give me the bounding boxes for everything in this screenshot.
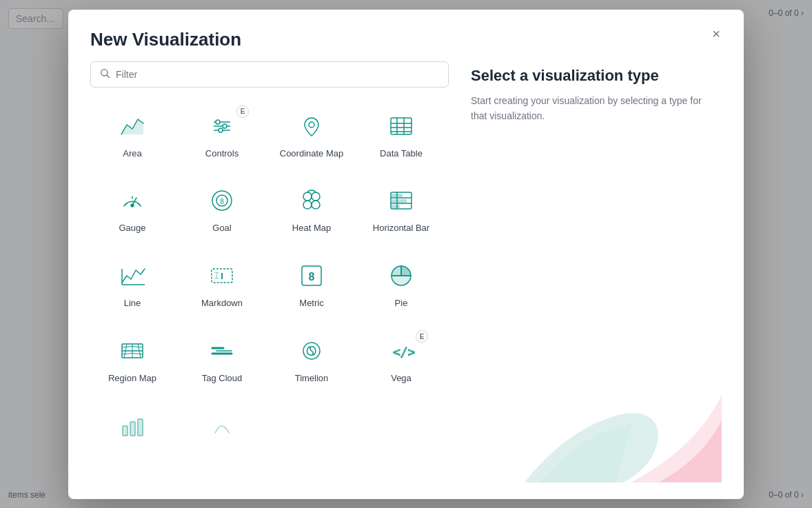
svg-point-24 xyxy=(303,192,312,201)
timelion-icon xyxy=(295,334,328,367)
search-icon xyxy=(99,68,110,81)
viz-item-gauge[interactable]: Gauge xyxy=(90,173,174,243)
svg-text:⌶: ⌶ xyxy=(214,271,219,279)
line-icon xyxy=(116,259,149,292)
viz-label-gauge: Gauge xyxy=(119,223,145,234)
svg-point-17 xyxy=(131,204,134,207)
svg-rect-50 xyxy=(130,422,135,436)
svg-point-26 xyxy=(303,201,312,209)
svg-point-0 xyxy=(101,69,108,75)
svg-point-6 xyxy=(216,120,220,124)
badge-e-controls: E xyxy=(236,105,249,118)
viz-item-horizontal-bar[interactable]: Horizontal Bar xyxy=(359,173,443,243)
svg-marker-2 xyxy=(121,119,143,134)
viz-item-metric[interactable]: 8 Metric xyxy=(270,248,354,318)
viz-grid: Area E Controls xyxy=(90,99,443,457)
viz-item-goal[interactable]: 8 Goal xyxy=(180,173,264,243)
left-panel: Area E Controls xyxy=(90,61,449,482)
viz-label-metric: Metric xyxy=(299,298,323,309)
svg-rect-49 xyxy=(123,426,128,436)
viz-label-data-table: Data Table xyxy=(380,148,423,160)
viz-label-markdown: Markdown xyxy=(201,298,243,309)
svg-point-27 xyxy=(312,201,320,209)
markdown-icon: I⌶ xyxy=(205,259,238,292)
viz-label-controls: Controls xyxy=(205,148,238,160)
svg-text:8: 8 xyxy=(220,198,224,205)
viz-item-data-table[interactable]: Data Table xyxy=(359,99,443,168)
viz-item-markdown[interactable]: I⌶ Markdown xyxy=(180,248,264,318)
coordinate-map-icon xyxy=(295,110,328,143)
controls-icon xyxy=(205,110,238,143)
right-content: Select a visualization type Start creati… xyxy=(471,61,722,124)
modal-backdrop: New Visualization × xyxy=(0,0,812,508)
viz-label-goal: Goal xyxy=(212,223,231,234)
heat-map-icon xyxy=(295,184,328,217)
svg-text:I: I xyxy=(221,271,223,281)
svg-text:8: 8 xyxy=(309,271,315,283)
viz-item-pie[interactable]: Pie xyxy=(359,248,443,318)
viz-label-coordinate-map: Coordinate Map xyxy=(280,148,344,160)
viz-label-tag-cloud: Tag Cloud xyxy=(202,373,243,385)
svg-line-1 xyxy=(107,75,110,78)
svg-point-9 xyxy=(309,122,314,128)
svg-rect-32 xyxy=(392,194,403,197)
svg-point-7 xyxy=(223,124,227,128)
viz-label-timelion: Timelion xyxy=(295,373,329,385)
extra-icon xyxy=(205,409,238,443)
svg-rect-51 xyxy=(138,419,143,436)
goal-icon: 8 xyxy=(205,184,238,217)
viz-grid-wrap[interactable]: Area E Controls xyxy=(90,99,449,482)
viz-item-heat-map[interactable]: Heat Map xyxy=(270,173,354,243)
region-map-icon xyxy=(116,334,149,367)
viz-label-horizontal-bar: Horizontal Bar xyxy=(373,223,429,234)
viz-item-timelion[interactable]: Timelion xyxy=(270,323,354,393)
modal-title: New Visualization xyxy=(90,29,722,50)
viz-item-vertical-bar[interactable] xyxy=(90,398,174,456)
viz-item-extra[interactable] xyxy=(180,398,264,456)
right-panel: Select a visualization type Start creati… xyxy=(471,61,722,482)
viz-item-controls[interactable]: E Controls xyxy=(180,99,264,168)
viz-item-vega[interactable]: E </> Vega xyxy=(359,323,443,393)
viz-item-coordinate-map[interactable]: Coordinate Map xyxy=(270,99,354,168)
area-icon xyxy=(116,110,149,143)
svg-rect-33 xyxy=(392,199,407,203)
metric-icon: 8 xyxy=(295,259,328,292)
horizontal-bar-icon xyxy=(385,184,418,217)
viz-label-region-map: Region Map xyxy=(108,373,156,385)
modal-header: New Visualization × xyxy=(68,10,744,61)
pie-icon xyxy=(385,259,418,292)
svg-text:</>: </> xyxy=(393,345,415,359)
vega-icon: </> xyxy=(385,334,418,367)
new-visualization-modal: New Visualization × xyxy=(68,10,744,499)
illustration xyxy=(515,276,722,482)
viz-label-heat-map: Heat Map xyxy=(292,223,331,234)
badge-e-vega: E xyxy=(416,330,428,343)
viz-item-tag-cloud[interactable]: Tag Cloud xyxy=(180,323,264,393)
filter-input-wrap[interactable] xyxy=(90,61,449,88)
svg-rect-34 xyxy=(392,205,400,208)
select-type-description: Start creating your visualization by sel… xyxy=(471,93,705,124)
viz-label-pie: Pie xyxy=(395,298,408,309)
vertical-bar-icon xyxy=(116,409,149,443)
close-button[interactable]: × xyxy=(705,23,727,45)
gauge-icon xyxy=(116,184,149,217)
viz-label-vega: Vega xyxy=(391,373,412,385)
viz-label-line: Line xyxy=(124,298,141,309)
tag-cloud-icon xyxy=(205,334,238,367)
svg-point-8 xyxy=(219,128,223,132)
data-table-icon xyxy=(385,110,418,143)
modal-body: Area E Controls xyxy=(68,61,744,499)
svg-point-25 xyxy=(312,192,320,201)
filter-input[interactable] xyxy=(116,69,440,80)
viz-label-area: Area xyxy=(123,148,141,160)
viz-item-area[interactable]: Area xyxy=(90,99,174,168)
viz-item-line[interactable]: Line xyxy=(90,248,174,318)
viz-item-region-map[interactable]: Region Map xyxy=(90,323,174,393)
select-type-heading: Select a visualization type xyxy=(471,67,722,85)
